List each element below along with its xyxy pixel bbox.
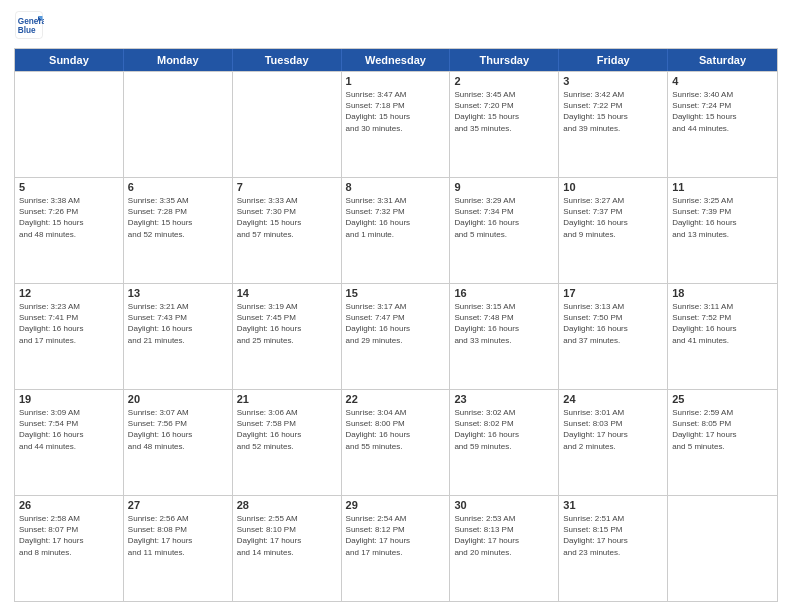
cell-date-number: 26 bbox=[19, 499, 119, 511]
day-cell-17: 17Sunrise: 3:13 AM Sunset: 7:50 PM Dayli… bbox=[559, 284, 668, 389]
cell-date-number: 10 bbox=[563, 181, 663, 193]
cell-info-text: Sunrise: 3:31 AM Sunset: 7:32 PM Dayligh… bbox=[346, 195, 446, 240]
cell-info-text: Sunrise: 3:19 AM Sunset: 7:45 PM Dayligh… bbox=[237, 301, 337, 346]
empty-cell bbox=[124, 72, 233, 177]
cell-date-number: 16 bbox=[454, 287, 554, 299]
cell-date-number: 3 bbox=[563, 75, 663, 87]
cell-info-text: Sunrise: 3:29 AM Sunset: 7:34 PM Dayligh… bbox=[454, 195, 554, 240]
day-cell-21: 21Sunrise: 3:06 AM Sunset: 7:58 PM Dayli… bbox=[233, 390, 342, 495]
weekday-header-wednesday: Wednesday bbox=[342, 49, 451, 71]
cell-date-number: 29 bbox=[346, 499, 446, 511]
cell-date-number: 9 bbox=[454, 181, 554, 193]
day-cell-30: 30Sunrise: 2:53 AM Sunset: 8:13 PM Dayli… bbox=[450, 496, 559, 601]
day-cell-9: 9Sunrise: 3:29 AM Sunset: 7:34 PM Daylig… bbox=[450, 178, 559, 283]
cell-date-number: 20 bbox=[128, 393, 228, 405]
header: General Blue bbox=[14, 10, 778, 40]
cell-date-number: 5 bbox=[19, 181, 119, 193]
cell-info-text: Sunrise: 3:23 AM Sunset: 7:41 PM Dayligh… bbox=[19, 301, 119, 346]
day-cell-12: 12Sunrise: 3:23 AM Sunset: 7:41 PM Dayli… bbox=[15, 284, 124, 389]
cell-info-text: Sunrise: 3:27 AM Sunset: 7:37 PM Dayligh… bbox=[563, 195, 663, 240]
cell-info-text: Sunrise: 3:07 AM Sunset: 7:56 PM Dayligh… bbox=[128, 407, 228, 452]
day-cell-7: 7Sunrise: 3:33 AM Sunset: 7:30 PM Daylig… bbox=[233, 178, 342, 283]
day-cell-4: 4Sunrise: 3:40 AM Sunset: 7:24 PM Daylig… bbox=[668, 72, 777, 177]
cell-date-number: 15 bbox=[346, 287, 446, 299]
cell-info-text: Sunrise: 3:04 AM Sunset: 8:00 PM Dayligh… bbox=[346, 407, 446, 452]
weekday-header-sunday: Sunday bbox=[15, 49, 124, 71]
calendar: SundayMondayTuesdayWednesdayThursdayFrid… bbox=[14, 48, 778, 602]
day-cell-25: 25Sunrise: 2:59 AM Sunset: 8:05 PM Dayli… bbox=[668, 390, 777, 495]
weekday-header-saturday: Saturday bbox=[668, 49, 777, 71]
cell-date-number: 12 bbox=[19, 287, 119, 299]
cell-info-text: Sunrise: 2:54 AM Sunset: 8:12 PM Dayligh… bbox=[346, 513, 446, 558]
logo-icon: General Blue bbox=[14, 10, 44, 40]
weekday-header-thursday: Thursday bbox=[450, 49, 559, 71]
cell-info-text: Sunrise: 3:11 AM Sunset: 7:52 PM Dayligh… bbox=[672, 301, 773, 346]
week-row-0: 1Sunrise: 3:47 AM Sunset: 7:18 PM Daylig… bbox=[15, 71, 777, 177]
day-cell-8: 8Sunrise: 3:31 AM Sunset: 7:32 PM Daylig… bbox=[342, 178, 451, 283]
cell-date-number: 19 bbox=[19, 393, 119, 405]
cell-date-number: 7 bbox=[237, 181, 337, 193]
day-cell-2: 2Sunrise: 3:45 AM Sunset: 7:20 PM Daylig… bbox=[450, 72, 559, 177]
day-cell-18: 18Sunrise: 3:11 AM Sunset: 7:52 PM Dayli… bbox=[668, 284, 777, 389]
calendar-header: SundayMondayTuesdayWednesdayThursdayFrid… bbox=[15, 49, 777, 71]
cell-info-text: Sunrise: 3:21 AM Sunset: 7:43 PM Dayligh… bbox=[128, 301, 228, 346]
cell-info-text: Sunrise: 2:51 AM Sunset: 8:15 PM Dayligh… bbox=[563, 513, 663, 558]
day-cell-3: 3Sunrise: 3:42 AM Sunset: 7:22 PM Daylig… bbox=[559, 72, 668, 177]
cell-info-text: Sunrise: 3:35 AM Sunset: 7:28 PM Dayligh… bbox=[128, 195, 228, 240]
empty-cell bbox=[233, 72, 342, 177]
cell-info-text: Sunrise: 2:59 AM Sunset: 8:05 PM Dayligh… bbox=[672, 407, 773, 452]
cell-info-text: Sunrise: 3:01 AM Sunset: 8:03 PM Dayligh… bbox=[563, 407, 663, 452]
cell-date-number: 4 bbox=[672, 75, 773, 87]
day-cell-24: 24Sunrise: 3:01 AM Sunset: 8:03 PM Dayli… bbox=[559, 390, 668, 495]
cell-date-number: 1 bbox=[346, 75, 446, 87]
day-cell-31: 31Sunrise: 2:51 AM Sunset: 8:15 PM Dayli… bbox=[559, 496, 668, 601]
cell-date-number: 22 bbox=[346, 393, 446, 405]
cell-date-number: 18 bbox=[672, 287, 773, 299]
day-cell-28: 28Sunrise: 2:55 AM Sunset: 8:10 PM Dayli… bbox=[233, 496, 342, 601]
cell-info-text: Sunrise: 3:38 AM Sunset: 7:26 PM Dayligh… bbox=[19, 195, 119, 240]
weekday-header-monday: Monday bbox=[124, 49, 233, 71]
cell-info-text: Sunrise: 3:40 AM Sunset: 7:24 PM Dayligh… bbox=[672, 89, 773, 134]
day-cell-23: 23Sunrise: 3:02 AM Sunset: 8:02 PM Dayli… bbox=[450, 390, 559, 495]
week-row-4: 26Sunrise: 2:58 AM Sunset: 8:07 PM Dayli… bbox=[15, 495, 777, 601]
cell-info-text: Sunrise: 3:15 AM Sunset: 7:48 PM Dayligh… bbox=[454, 301, 554, 346]
empty-cell bbox=[15, 72, 124, 177]
logo: General Blue bbox=[14, 10, 48, 40]
cell-info-text: Sunrise: 3:47 AM Sunset: 7:18 PM Dayligh… bbox=[346, 89, 446, 134]
cell-date-number: 27 bbox=[128, 499, 228, 511]
cell-date-number: 28 bbox=[237, 499, 337, 511]
cell-date-number: 25 bbox=[672, 393, 773, 405]
empty-cell bbox=[668, 496, 777, 601]
day-cell-29: 29Sunrise: 2:54 AM Sunset: 8:12 PM Dayli… bbox=[342, 496, 451, 601]
svg-text:Blue: Blue bbox=[18, 26, 36, 35]
cell-date-number: 24 bbox=[563, 393, 663, 405]
cell-info-text: Sunrise: 2:55 AM Sunset: 8:10 PM Dayligh… bbox=[237, 513, 337, 558]
page: General Blue SundayMondayTuesdayWednesda… bbox=[0, 0, 792, 612]
day-cell-15: 15Sunrise: 3:17 AM Sunset: 7:47 PM Dayli… bbox=[342, 284, 451, 389]
cell-info-text: Sunrise: 2:53 AM Sunset: 8:13 PM Dayligh… bbox=[454, 513, 554, 558]
cell-date-number: 6 bbox=[128, 181, 228, 193]
cell-date-number: 17 bbox=[563, 287, 663, 299]
cell-date-number: 8 bbox=[346, 181, 446, 193]
day-cell-19: 19Sunrise: 3:09 AM Sunset: 7:54 PM Dayli… bbox=[15, 390, 124, 495]
day-cell-20: 20Sunrise: 3:07 AM Sunset: 7:56 PM Dayli… bbox=[124, 390, 233, 495]
cell-info-text: Sunrise: 3:02 AM Sunset: 8:02 PM Dayligh… bbox=[454, 407, 554, 452]
cell-info-text: Sunrise: 3:45 AM Sunset: 7:20 PM Dayligh… bbox=[454, 89, 554, 134]
day-cell-16: 16Sunrise: 3:15 AM Sunset: 7:48 PM Dayli… bbox=[450, 284, 559, 389]
day-cell-14: 14Sunrise: 3:19 AM Sunset: 7:45 PM Dayli… bbox=[233, 284, 342, 389]
cell-date-number: 30 bbox=[454, 499, 554, 511]
day-cell-1: 1Sunrise: 3:47 AM Sunset: 7:18 PM Daylig… bbox=[342, 72, 451, 177]
week-row-1: 5Sunrise: 3:38 AM Sunset: 7:26 PM Daylig… bbox=[15, 177, 777, 283]
calendar-body: 1Sunrise: 3:47 AM Sunset: 7:18 PM Daylig… bbox=[15, 71, 777, 601]
cell-info-text: Sunrise: 3:06 AM Sunset: 7:58 PM Dayligh… bbox=[237, 407, 337, 452]
cell-info-text: Sunrise: 2:58 AM Sunset: 8:07 PM Dayligh… bbox=[19, 513, 119, 558]
cell-date-number: 11 bbox=[672, 181, 773, 193]
cell-info-text: Sunrise: 3:17 AM Sunset: 7:47 PM Dayligh… bbox=[346, 301, 446, 346]
day-cell-22: 22Sunrise: 3:04 AM Sunset: 8:00 PM Dayli… bbox=[342, 390, 451, 495]
cell-info-text: Sunrise: 3:09 AM Sunset: 7:54 PM Dayligh… bbox=[19, 407, 119, 452]
day-cell-27: 27Sunrise: 2:56 AM Sunset: 8:08 PM Dayli… bbox=[124, 496, 233, 601]
day-cell-26: 26Sunrise: 2:58 AM Sunset: 8:07 PM Dayli… bbox=[15, 496, 124, 601]
cell-date-number: 23 bbox=[454, 393, 554, 405]
cell-date-number: 13 bbox=[128, 287, 228, 299]
cell-date-number: 14 bbox=[237, 287, 337, 299]
